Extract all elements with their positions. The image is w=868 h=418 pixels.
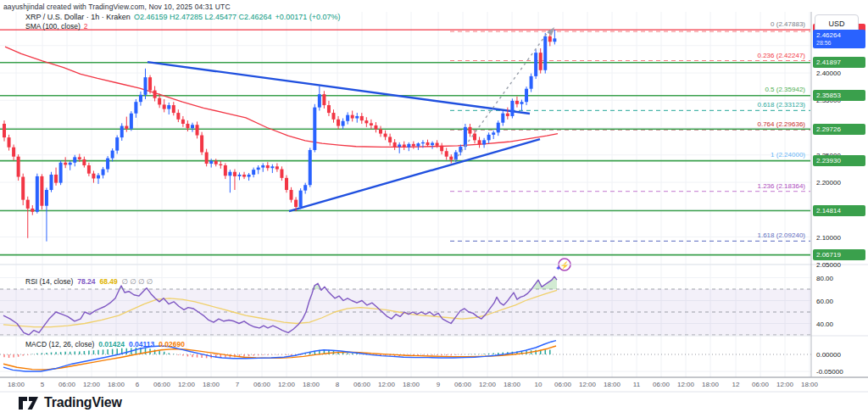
candle-body <box>497 123 500 133</box>
time-label: 18:00 <box>403 381 420 388</box>
time-label: 18:00 <box>604 381 620 388</box>
candle-body <box>510 101 514 116</box>
candle-body <box>125 126 128 129</box>
macd-label: MACD (12, 26, close) <box>25 340 94 348</box>
candle-body <box>543 36 547 70</box>
candle-body <box>337 120 340 126</box>
candle-body <box>482 140 486 144</box>
time-label: 11 <box>633 381 640 388</box>
candle-body <box>144 77 147 95</box>
last-price-value: 2.46264 <box>816 31 841 39</box>
time-label: 12:00 <box>776 381 793 388</box>
candle-body <box>436 143 439 146</box>
candle-body <box>92 174 95 179</box>
candle-body <box>294 200 298 207</box>
rsi-label: RSI (14, close) <box>25 277 73 286</box>
time-label: 5 <box>41 381 44 388</box>
candle-body <box>440 146 443 151</box>
time-label: 06:00 <box>554 381 571 388</box>
candle-body <box>342 121 345 126</box>
candle-body <box>299 191 303 207</box>
ohlc-values: O2.46159 H2.47285 L2.45477 C2.46264 <box>134 13 272 21</box>
bar-countdown: 28:56 <box>816 39 832 47</box>
macd-tick: 0.00000 <box>816 351 841 359</box>
candle-body <box>431 143 434 146</box>
time-label: 18:00 <box>303 381 320 388</box>
time-label: 18:00 <box>203 381 220 388</box>
rsi-legend[interactable]: RSI (14, close)78.2468.49∅ ∅ ∅ ∅ <box>25 277 153 286</box>
time-label: 18:00 <box>8 381 25 388</box>
rsi-tick: 60.00 <box>816 298 833 305</box>
candle-body <box>464 127 467 147</box>
rsi-ma-value: 68.49 <box>100 277 118 286</box>
candle-body <box>200 136 203 153</box>
sma-legend[interactable]: SMA (100, close)2 <box>25 22 87 31</box>
candle-body <box>21 177 25 200</box>
candle-body <box>303 185 307 190</box>
candle-body <box>73 157 76 162</box>
fib-level-label: 0 (2.47883) <box>771 20 805 28</box>
sparkle-glyph: ✦ <box>555 265 561 272</box>
candle-body <box>40 176 43 206</box>
candle-body <box>242 175 246 177</box>
creator-note: aayushjindal created with TradingView.co… <box>3 3 231 11</box>
candle-body <box>186 124 189 128</box>
macd-legend[interactable]: MACD (12, 26, close)0.014240.041130.0269… <box>25 340 185 348</box>
candle-body <box>257 168 260 170</box>
candle-body <box>252 170 255 175</box>
candle-body <box>280 170 283 178</box>
symbol-title: XRP / U.S. Dollar · 1h · Kraken <box>25 13 131 21</box>
chart-canvas[interactable]: ⚡✦ <box>0 0 868 418</box>
macd-signal-value: 0.02690 <box>159 340 185 348</box>
candle-body <box>530 76 533 89</box>
candle-body <box>364 120 368 123</box>
price-level-label: 2.35853 <box>813 90 865 101</box>
fib-level-label: 1.236 (2.18364) <box>758 182 806 190</box>
time-label: 7 <box>236 381 239 388</box>
candle-body <box>403 144 406 147</box>
fib-level-label: 0.618 (2.33123) <box>758 101 806 109</box>
time-label: 06:00 <box>153 381 170 388</box>
rsi-tick: 80.00 <box>816 275 833 282</box>
price-tick: 2.40000 <box>816 70 841 77</box>
candle-body <box>346 115 349 121</box>
rsi-band <box>0 289 811 335</box>
macd-hist-value: 0.01424 <box>98 340 125 348</box>
candle-body <box>398 144 401 147</box>
candle-body <box>82 159 86 165</box>
fib-level-label: 1 (2.24000) <box>771 151 805 159</box>
time-label: 18:00 <box>504 381 520 388</box>
candle-body <box>379 129 382 133</box>
candle-body <box>163 104 166 109</box>
time-label: 18:00 <box>702 381 719 388</box>
candle-body <box>205 153 209 164</box>
candle-body <box>97 176 100 179</box>
symbol-legend[interactable]: XRP / U.S. Dollar · 1h · KrakenO2.46159 … <box>25 13 341 21</box>
candle-body <box>36 176 39 212</box>
time-label: 12:00 <box>677 381 694 388</box>
candle-body <box>355 116 359 119</box>
candle-body <box>360 116 364 120</box>
candle-body <box>384 134 387 137</box>
fib-level-label: 0.764 (2.29636) <box>758 120 806 128</box>
candle-body <box>506 114 509 116</box>
candle-body <box>12 148 15 157</box>
candle-body <box>248 175 251 177</box>
candle-body <box>106 159 109 170</box>
price-level-label: 2.23930 <box>813 155 865 166</box>
candle-body <box>449 157 453 160</box>
candle-body <box>309 150 312 185</box>
price-level-label: 2.06719 <box>813 249 865 260</box>
candle-body <box>219 164 222 165</box>
candle-body <box>102 170 105 176</box>
candle-body <box>370 123 373 125</box>
time-label: 8 <box>336 381 339 388</box>
candle-body <box>327 105 331 113</box>
candle-body <box>492 132 495 135</box>
price-level-label: 2.14814 <box>813 205 865 216</box>
candle-body <box>520 102 524 104</box>
candle-body <box>228 172 231 176</box>
time-label: 12:00 <box>83 381 100 388</box>
candle-body <box>313 108 316 150</box>
tradingview-branding[interactable]: TradingView <box>19 394 122 411</box>
